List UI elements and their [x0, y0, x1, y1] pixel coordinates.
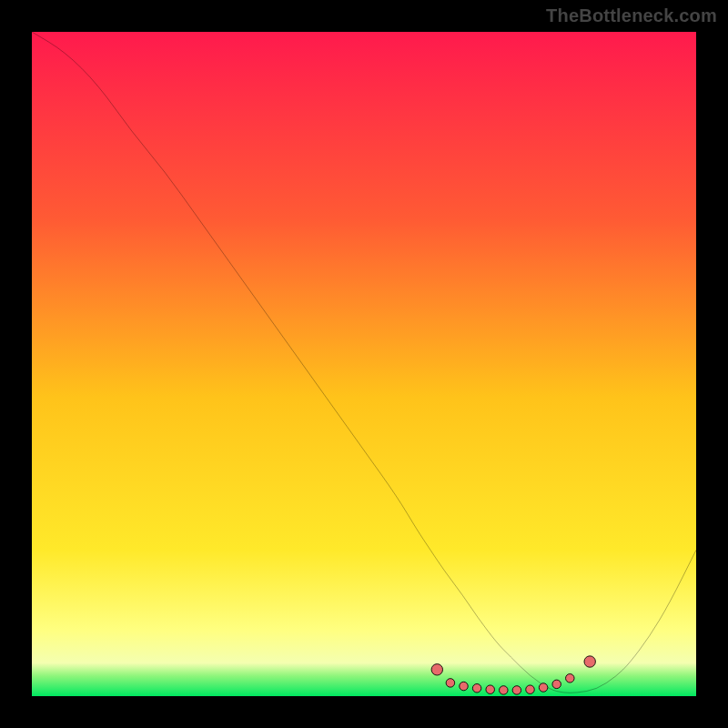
gradient-background	[32, 32, 696, 696]
chart-svg	[32, 32, 696, 696]
chart-frame: TheBottleneck.com	[0, 0, 728, 728]
data-dot	[460, 682, 468, 690]
watermark-text: TheBottleneck.com	[546, 5, 717, 26]
data-dot	[446, 679, 454, 687]
data-dot	[539, 683, 547, 692]
data-dot	[584, 656, 595, 667]
data-dot	[431, 664, 442, 675]
data-dot	[512, 686, 521, 694]
plot-area	[32, 32, 696, 696]
data-dot	[500, 686, 508, 694]
data-dot	[472, 683, 480, 692]
data-dot	[566, 674, 574, 682]
data-dot	[526, 685, 534, 693]
data-dot	[552, 680, 561, 688]
data-dot	[486, 685, 494, 693]
